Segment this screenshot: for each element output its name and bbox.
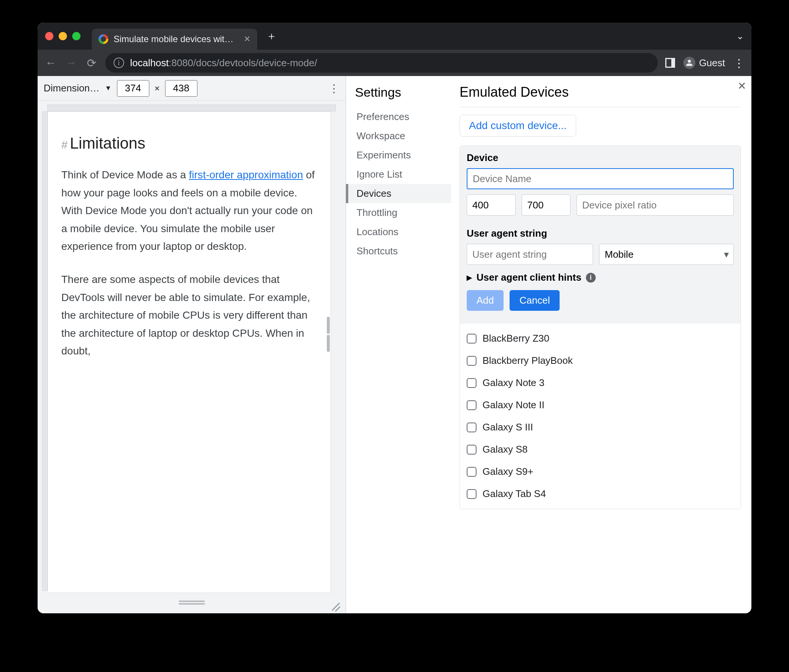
emulated-devices-title: Emulated Devices: [460, 84, 741, 100]
page-heading: #Limitations: [61, 134, 317, 152]
dimension-separator: ×: [155, 83, 160, 94]
device-list-item-label: Galaxy S9+: [482, 466, 533, 477]
device-list-item[interactable]: Galaxy Tab S4: [467, 483, 734, 505]
device-pixel-ratio-input[interactable]: [577, 195, 734, 216]
settings-nav-devices[interactable]: Devices: [346, 184, 451, 203]
device-width-input[interactable]: [467, 195, 516, 216]
heading-anchor-icon[interactable]: #: [61, 138, 68, 151]
settings-title: Settings: [355, 85, 451, 100]
device-toolbar-menu-icon[interactable]: ⋮: [328, 82, 340, 95]
checkbox-icon[interactable]: [467, 334, 476, 344]
browser-tab[interactable]: Simulate mobile devices with D ✕: [92, 29, 257, 50]
info-icon[interactable]: i: [586, 273, 596, 283]
minimize-window-icon[interactable]: [59, 32, 67, 40]
device-list-item-label: Blackberry PlayBook: [482, 355, 573, 366]
devtools-settings-panel: Settings PreferencesWorkspaceExperiments…: [346, 76, 751, 613]
checkbox-icon[interactable]: [467, 489, 476, 499]
url-path: /docs/devtools/device-mode/: [193, 57, 318, 69]
checkbox-icon[interactable]: [467, 445, 476, 454]
settings-nav-shortcuts[interactable]: Shortcuts: [346, 242, 451, 261]
custom-device-form: Device User agent string Mobile: [460, 146, 741, 509]
profile-chip[interactable]: Guest: [683, 57, 725, 69]
device-height-input[interactable]: [522, 195, 570, 216]
resize-handle-corner[interactable]: [329, 598, 340, 610]
add-custom-device-button[interactable]: Add custom device...: [460, 115, 576, 137]
cancel-device-button[interactable]: Cancel: [509, 290, 560, 311]
new-tab-button[interactable]: ＋: [266, 29, 277, 43]
scrollbar[interactable]: [327, 304, 331, 364]
maximize-window-icon[interactable]: [72, 32, 80, 40]
tab-close-icon[interactable]: ✕: [244, 34, 251, 44]
forward-button[interactable]: →: [65, 56, 77, 69]
user-agent-input[interactable]: [467, 244, 593, 265]
tab-list-chevron-icon[interactable]: ⌄: [736, 31, 744, 42]
device-list-item[interactable]: Blackberry PlayBook: [467, 350, 734, 372]
titlebar: Simulate mobile devices with D ✕ ＋ ⌄: [38, 22, 751, 50]
address-bar: ← → ⟳ i localhost:8080/docs/devtools/dev…: [38, 50, 751, 76]
device-list-item[interactable]: Galaxy Note II: [467, 394, 734, 416]
checkbox-icon[interactable]: [467, 378, 476, 388]
settings-nav-locations[interactable]: Locations: [346, 222, 451, 242]
dimensions-dropdown-label[interactable]: Dimension…: [44, 82, 100, 94]
tab-title: Simulate mobile devices with D: [113, 34, 238, 45]
settings-nav-workspace[interactable]: Workspace: [346, 126, 451, 146]
checkbox-icon[interactable]: [467, 422, 476, 432]
close-settings-icon[interactable]: ✕: [738, 80, 746, 92]
device-list-item[interactable]: Galaxy S9+: [467, 461, 734, 483]
settings-nav-experiments[interactable]: Experiments: [346, 146, 451, 165]
avatar-icon: [683, 57, 695, 69]
settings-sidebar: Settings PreferencesWorkspaceExperiments…: [346, 76, 451, 613]
omnibox[interactable]: i localhost:8080/docs/devtools/device-mo…: [105, 53, 658, 73]
first-order-approximation-link[interactable]: first-order approximation: [189, 169, 303, 181]
close-window-icon[interactable]: [45, 32, 53, 40]
site-info-icon[interactable]: i: [113, 58, 124, 68]
settings-nav-ignore-list[interactable]: Ignore List: [346, 165, 451, 184]
browser-menu-icon[interactable]: ⋮: [733, 56, 744, 70]
url-port: :8080: [169, 57, 193, 69]
device-list-item-label: BlackBerry Z30: [482, 333, 549, 344]
expand-icon: ▶: [467, 274, 472, 282]
device-list-item[interactable]: Galaxy Note 3: [467, 372, 734, 394]
device-name-input[interactable]: [467, 168, 734, 189]
reload-button[interactable]: ⟳: [85, 56, 98, 70]
viewport-wrapper: #Limitations Think of Device Mode as a f…: [38, 101, 346, 613]
side-panel-icon[interactable]: [665, 58, 675, 68]
ua-client-hints-toggle[interactable]: ▶ User agent client hints i: [467, 272, 734, 283]
device-mode-panel: Dimension… ▼ × ⋮ #Limitations: [38, 76, 346, 613]
settings-nav-throttling[interactable]: Throttling: [346, 203, 451, 222]
profile-label: Guest: [699, 57, 725, 69]
device-list-item[interactable]: Galaxy S III: [467, 416, 734, 438]
device-list-item-label: Galaxy S8: [482, 443, 528, 455]
device-list-item-label: Galaxy Note II: [482, 399, 545, 411]
height-input[interactable]: [165, 80, 197, 97]
device-list-item-label: Galaxy Note 3: [482, 377, 545, 389]
add-device-button[interactable]: Add: [467, 290, 503, 311]
width-input[interactable]: [117, 80, 149, 97]
device-list: BlackBerry Z30Blackberry PlayBookGalaxy …: [460, 323, 741, 509]
device-toolbar: Dimension… ▼ × ⋮: [38, 76, 346, 101]
resize-handle-bottom[interactable]: [179, 599, 205, 606]
browser-window: Simulate mobile devices with D ✕ ＋ ⌄ ← →…: [38, 22, 751, 613]
window-controls: [45, 32, 80, 40]
user-agent-section-label: User agent string: [467, 228, 734, 239]
back-button[interactable]: ←: [45, 56, 57, 69]
settings-nav-preferences[interactable]: Preferences: [346, 107, 451, 126]
user-agent-type-select[interactable]: Mobile: [599, 244, 734, 265]
device-list-item-label: Galaxy S III: [482, 421, 533, 433]
content-area: Dimension… ▼ × ⋮ #Limitations: [38, 76, 751, 613]
device-section-label: Device: [467, 152, 734, 164]
page-paragraph-1: Think of Device Mode as a first-order ap…: [61, 166, 317, 256]
url-host: localhost: [130, 57, 169, 69]
ruler-top: [47, 105, 336, 111]
device-list-item[interactable]: BlackBerry Z30: [467, 327, 734, 350]
settings-content: ✕ Emulated Devices Add custom device... …: [451, 76, 751, 613]
ruler-left: [42, 111, 47, 591]
checkbox-icon[interactable]: [467, 400, 476, 410]
dimensions-dropdown-icon[interactable]: ▼: [105, 84, 112, 92]
device-list-item-label: Galaxy Tab S4: [482, 488, 546, 500]
checkbox-icon[interactable]: [467, 356, 476, 366]
emulated-viewport[interactable]: #Limitations Think of Device Mode as a f…: [47, 111, 331, 593]
device-list-item[interactable]: Galaxy S8: [467, 438, 734, 461]
chrome-favicon-icon: [99, 34, 108, 44]
checkbox-icon[interactable]: [467, 467, 476, 477]
